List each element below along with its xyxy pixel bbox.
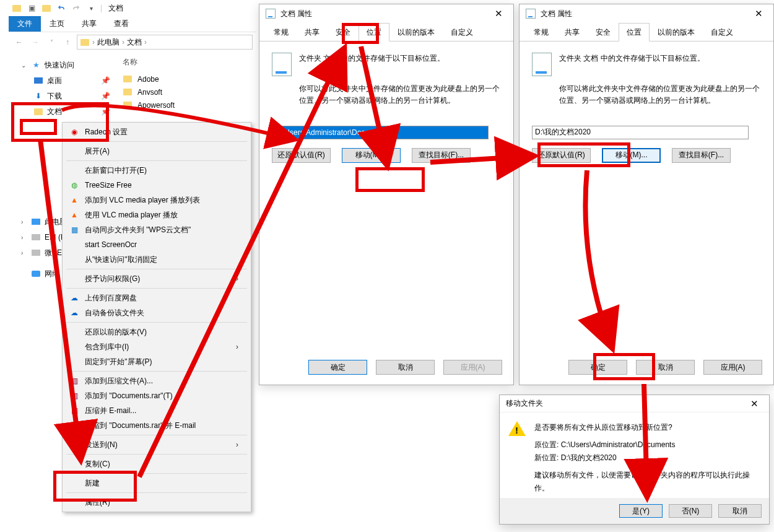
cancel-button[interactable]: 取消 <box>718 504 762 518</box>
desc-line: 文件夹 文档 中的文件存储于以下目标位置。 <box>559 53 760 64</box>
desc-line: 文件夹 文档 中的文件存储于以下目标位置。 <box>299 53 500 64</box>
restore-default-button[interactable]: 还原默认值(R) <box>532 148 591 163</box>
ctx-vlc-play[interactable]: ▲使用 VLC media player 播放 <box>64 207 250 222</box>
ctx-expand[interactable]: 展开(A) <box>64 144 250 159</box>
tab-previous[interactable]: 以前的版本 <box>389 23 443 41</box>
tab-home[interactable]: 主页 <box>41 16 73 32</box>
ctx-unpin-quick[interactable]: 从"快速访问"取消固定 <box>64 252 250 267</box>
find-target-button[interactable]: 查找目标(F)... <box>412 148 471 163</box>
cancel-button[interactable]: 取消 <box>636 360 695 375</box>
tab-security[interactable]: 安全 <box>328 23 359 41</box>
desc-line: 位置、另一个驱动器或网络上的另一台计算机。 <box>299 95 500 107</box>
qat-dropdown-icon[interactable]: ▾ <box>85 2 97 14</box>
back-button[interactable]: ← <box>12 35 26 49</box>
ctx-send-to[interactable]: 发送到(N)› <box>64 437 250 452</box>
location-path-input[interactable]: C:\Users\Administrator\Documents <box>272 126 489 139</box>
ctx-wps-sync[interactable]: ▦自动同步文件夹到 "WPS云文档" <box>64 222 250 237</box>
no-button[interactable]: 否(N) <box>669 504 712 518</box>
winrar-icon: ▥ <box>69 390 80 401</box>
tab-share[interactable]: 共享 <box>557 23 588 41</box>
tab-view[interactable]: 查看 <box>105 16 137 32</box>
ctx-properties[interactable]: 属性(R) <box>64 495 250 510</box>
winrar-icon: ▥ <box>69 405 80 416</box>
nav-documents[interactable]: 文档 📌 <box>12 105 115 118</box>
downloads-icon: ⬇ <box>33 91 43 101</box>
apply-button[interactable]: 应用(A) <box>703 360 762 375</box>
ctx-baidu-upload[interactable]: ☁上传到百度网盘 <box>64 290 250 305</box>
close-button[interactable]: ✕ <box>742 396 767 412</box>
list-item[interactable]: Apowersoft <box>115 98 256 111</box>
dialog-title: 移动文件夹 <box>506 398 543 409</box>
msg-advice: 建议移动所有文件，以便需要访问文件夹内容的程序可以执行此操作。 <box>534 469 759 494</box>
msg-old-location: 原位置: C:\Users\Administrator\Documents <box>534 438 759 451</box>
tab-file[interactable]: 文件 <box>9 16 41 32</box>
ctx-rar-email-name[interactable]: ▥压缩到 "Documents.rar" 并 E-mail <box>64 418 250 433</box>
ctx-rar-add[interactable]: ▥添加到压缩文件(A)... <box>64 373 250 388</box>
crumb-documents[interactable]: 文档 <box>127 37 142 48</box>
dialog-title: 文档 属性 <box>541 9 572 19</box>
properties-dialog-1: 文档 属性 ✕ 常规 共享 安全 位置 以前的版本 自定义 文件夹 文档 中的文… <box>259 4 514 385</box>
list-item[interactable]: Anvsoft <box>115 85 256 98</box>
ctx-rar-email[interactable]: ▥压缩并 E-mail... <box>64 403 250 418</box>
ctx-radeon[interactable]: ◉Radeon 设置 <box>64 124 250 139</box>
tab-share[interactable]: 共享 <box>297 23 328 41</box>
qat-properties-icon[interactable]: ▣ <box>26 2 37 14</box>
tab-custom[interactable]: 自定义 <box>443 23 481 41</box>
find-target-button[interactable]: 查找目标(F)... <box>672 148 731 163</box>
close-button[interactable]: ✕ <box>486 6 511 22</box>
file-name: Apowersoft <box>137 101 175 110</box>
ctx-grant-access[interactable]: 授予访问权限(G)› <box>64 271 250 286</box>
address-bar[interactable]: › 此电脑 › 文档 › <box>77 35 253 50</box>
up-button[interactable]: ↑ <box>61 35 74 49</box>
undo-icon[interactable] <box>56 2 67 14</box>
nav-label: 网络 <box>45 269 59 279</box>
dialog-titlebar: 文档 属性 ✕ <box>520 4 773 23</box>
tab-location[interactable]: 位置 <box>619 23 650 41</box>
tab-custom[interactable]: 自定义 <box>703 23 741 41</box>
explorer-titlebar: ▣ ▾ | 文档 <box>9 0 256 16</box>
move-button[interactable]: 移动(M)... <box>602 148 661 163</box>
crumb-pc[interactable]: 此电脑 <box>97 37 120 48</box>
recent-dropdown[interactable]: ˅ <box>45 35 58 49</box>
forward-button[interactable]: → <box>28 35 42 49</box>
nav-quick-access[interactable]: ⌄ ★ 快速访问 <box>12 58 115 72</box>
ctx-copy[interactable]: 复制(C) <box>64 456 250 471</box>
file-name: Adobe <box>137 75 159 84</box>
close-button[interactable]: ✕ <box>746 6 771 22</box>
ctx-rar-add-name[interactable]: ▥添加到 "Documents.rar"(T) <box>64 388 250 403</box>
list-item[interactable]: Adobe <box>115 72 256 85</box>
cancel-button[interactable]: 取消 <box>376 360 435 375</box>
tab-share[interactable]: 共享 <box>73 16 105 32</box>
apply-button[interactable]: 应用(A) <box>443 360 502 375</box>
ctx-treesize[interactable]: ◍TreeSize Free <box>64 178 250 193</box>
ctx-auto-backup[interactable]: ☁自动备份该文件夹 <box>64 305 250 320</box>
tab-previous[interactable]: 以前的版本 <box>650 23 703 41</box>
tab-general[interactable]: 常规 <box>266 23 297 41</box>
ctx-screenocr[interactable]: start ScreenOcr <box>64 237 250 252</box>
ctx-open-new[interactable]: 在新窗口中打开(E) <box>64 163 250 178</box>
location-path-input[interactable]: D:\我的文档2020 <box>532 126 749 139</box>
ok-button[interactable]: 确定 <box>568 360 627 375</box>
ok-button[interactable]: 确定 <box>308 360 367 375</box>
ctx-vlc-add[interactable]: ▲添加到 VLC media player 播放列表 <box>64 193 250 207</box>
column-header-name[interactable]: 名称 <box>115 56 256 72</box>
nav-desktop[interactable]: 桌面 📌 <box>12 74 115 87</box>
chevron-right-icon: › <box>144 38 147 46</box>
dialog-title: 文档 属性 <box>280 9 312 19</box>
tab-general[interactable]: 常规 <box>526 23 557 41</box>
restore-default-button[interactable]: 还原默认值(R) <box>272 148 331 163</box>
ctx-new[interactable]: 新建 <box>64 476 250 491</box>
file-name: Anvsoft <box>137 88 162 97</box>
tab-location[interactable]: 位置 <box>359 23 389 41</box>
ctx-restore-prev[interactable]: 还原以前的版本(V) <box>64 325 250 339</box>
vlc-icon: ▲ <box>69 209 80 220</box>
tab-security[interactable]: 安全 <box>588 23 619 41</box>
ctx-include-lib[interactable]: 包含到库中(I)› <box>64 339 250 354</box>
qat-new-folder-icon[interactable] <box>41 2 52 14</box>
yes-button[interactable]: 是(Y) <box>619 504 663 518</box>
properties-dialog-2: 文档 属性 ✕ 常规 共享 安全 位置 以前的版本 自定义 文件夹 文档 中的文… <box>519 4 774 385</box>
redo-icon[interactable] <box>71 2 82 14</box>
move-button[interactable]: 移动(M)... <box>342 148 401 163</box>
nav-downloads[interactable]: ⬇ 下载 📌 <box>12 89 115 103</box>
ctx-pin-start[interactable]: 固定到"开始"屏幕(P) <box>64 354 250 369</box>
